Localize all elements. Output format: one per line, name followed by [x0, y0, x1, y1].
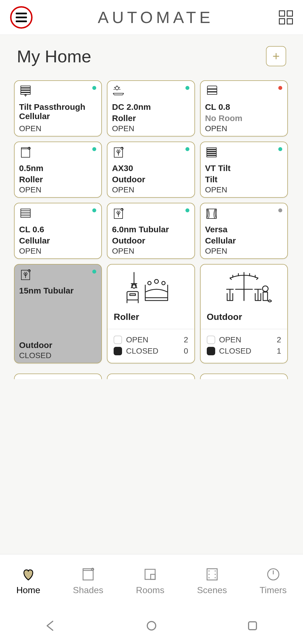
device-card[interactable]: 0.5nm Roller OPEN — [14, 142, 102, 198]
grid-view-button[interactable] — [279, 10, 293, 24]
grid-icon — [279, 10, 285, 17]
closed-stat: CLOSED 0 — [114, 347, 188, 356]
svg-point-27 — [148, 281, 151, 285]
svg-rect-45 — [249, 622, 256, 630]
tab-rooms[interactable]: Rooms — [136, 566, 164, 595]
room-card[interactable]: Outdoor OPEN 2 CLOSED 1 — [200, 264, 288, 363]
main-content: My Home + Tilt Passthrough Cellular OPEN… — [0, 35, 303, 554]
device-type-icon — [205, 85, 283, 98]
svg-rect-10 — [207, 150, 216, 151]
grid-icon — [287, 18, 293, 24]
device-room: Outdoor — [19, 340, 97, 350]
device-state: OPEN — [112, 247, 190, 256]
room-card[interactable]: Roller OPEN 2 CLOSED 0 — [107, 264, 195, 363]
tab-shades[interactable]: Shades — [73, 566, 104, 595]
status-dot-icon — [185, 147, 189, 151]
device-card[interactable]: DC 2.0nm Roller OPEN — [107, 80, 195, 136]
device-card[interactable]: 15nm Tubular Outdoor CLOSED — [14, 264, 102, 363]
app-logo: AUTOMATE — [98, 8, 214, 27]
device-name: 15nm Tubular — [19, 286, 97, 295]
menu-button[interactable] — [10, 6, 33, 29]
device-room: Cellular — [19, 236, 97, 245]
app-header: AUTOMATE — [0, 0, 303, 35]
device-room: Outdoor — [112, 175, 190, 184]
device-card[interactable]: CL 0.8 No Room OPEN — [200, 80, 288, 136]
svg-rect-18 — [21, 216, 30, 217]
device-type-icon — [112, 85, 190, 98]
recent-button[interactable] — [247, 620, 258, 631]
room-name: Roller — [107, 306, 194, 329]
device-card[interactable]: VT Tilt Tilt OPEN — [200, 142, 288, 198]
device-card[interactable]: 6.0nm Tubular Outdoor OPEN — [107, 203, 195, 259]
device-card[interactable]: Versa Cellular OPEN — [200, 203, 288, 259]
room-name: Outdoor — [201, 306, 287, 329]
closed-stat: CLOSED 1 — [207, 347, 281, 356]
device-state: OPEN — [205, 185, 283, 194]
plus-icon: + — [272, 49, 280, 63]
svg-rect-11 — [207, 152, 216, 153]
tab-scenes[interactable]: Scenes — [197, 566, 227, 595]
svg-rect-30 — [263, 292, 267, 301]
film-icon — [204, 566, 220, 582]
svg-rect-21 — [207, 209, 216, 219]
device-type-icon — [19, 85, 97, 98]
device-name: Tilt Passthrough Cellular — [19, 102, 97, 121]
closed-indicator-icon — [207, 347, 215, 355]
device-room: Tilt — [205, 175, 283, 184]
device-state: OPEN — [205, 247, 283, 256]
room-illustration-icon — [107, 270, 194, 306]
device-state: OPEN — [19, 247, 97, 256]
room-illustration-icon — [201, 270, 287, 306]
status-dot-icon — [278, 208, 282, 212]
tab-label: Rooms — [136, 585, 164, 595]
tab-label: Home — [16, 585, 40, 595]
tab-timers[interactable]: Timers — [260, 566, 287, 595]
tab-label: Timers — [260, 585, 287, 595]
device-state: OPEN — [205, 124, 283, 133]
open-indicator-icon — [114, 336, 122, 344]
svg-rect-0 — [21, 86, 30, 88]
svg-rect-12 — [207, 154, 216, 155]
add-button[interactable]: + — [266, 46, 286, 66]
device-state: OPEN — [112, 185, 190, 194]
device-type-icon — [19, 268, 97, 282]
device-name: CL 0.6 — [19, 225, 97, 234]
room-stats: OPEN 2 CLOSED 1 — [201, 329, 287, 363]
svg-rect-2 — [21, 90, 30, 92]
device-room: Roller — [19, 175, 97, 184]
svg-point-41 — [215, 574, 216, 575]
svg-rect-26 — [130, 294, 136, 295]
grid-icon — [287, 10, 293, 17]
device-state: OPEN — [19, 185, 97, 194]
device-room: Cellular — [205, 236, 283, 245]
svg-point-40 — [215, 570, 216, 572]
device-card[interactable]: CL 0.6 Cellular OPEN — [14, 203, 102, 259]
svg-point-4 — [115, 87, 119, 90]
open-indicator-icon — [207, 336, 215, 344]
bottom-tabbar: Home Shades Rooms Scenes Timers — [0, 554, 303, 607]
page-title: My Home — [17, 46, 91, 66]
device-state: CLOSED — [19, 351, 97, 360]
svg-point-39 — [208, 577, 210, 578]
back-button[interactable] — [45, 620, 56, 631]
home-button[interactable] — [146, 620, 157, 631]
svg-rect-35 — [151, 574, 155, 579]
tab-home[interactable]: Home — [16, 566, 40, 595]
tab-label: Scenes — [197, 585, 227, 595]
device-name: CL 0.8 — [205, 102, 283, 111]
heart-icon — [20, 566, 36, 582]
closed-indicator-icon — [114, 347, 122, 355]
device-card[interactable]: AX30 Outdoor OPEN — [107, 142, 195, 198]
svg-point-44 — [147, 622, 156, 630]
svg-rect-9 — [207, 148, 216, 149]
device-type-icon — [112, 146, 190, 160]
room-icon — [142, 566, 158, 582]
device-card[interactable]: Tilt Passthrough Cellular OPEN — [14, 80, 102, 136]
hamburger-icon — [16, 13, 27, 22]
svg-rect-13 — [207, 156, 216, 157]
open-stat: OPEN 2 — [114, 335, 188, 344]
device-room: Roller — [112, 113, 190, 123]
device-type-icon — [19, 207, 97, 221]
svg-point-29 — [155, 279, 159, 283]
status-dot-icon — [278, 147, 282, 151]
